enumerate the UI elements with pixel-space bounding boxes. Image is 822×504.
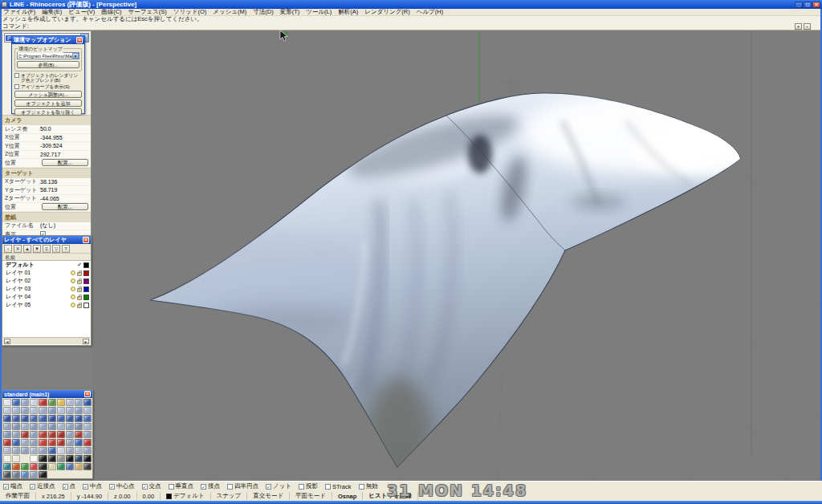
palette-icon-6-1[interactable] <box>12 447 20 454</box>
palette-icon-8-9[interactable] <box>83 463 92 470</box>
osnap-checkbox[interactable]: ✓ <box>83 484 88 490</box>
bitmap-path-combobox[interactable]: C:\Program Files\Rhino\Marches.jpg ▼ <box>17 52 79 59</box>
palette-icon-2-2[interactable] <box>21 415 29 422</box>
layer-color-swatch[interactable] <box>83 287 89 292</box>
palette-icon-0-2[interactable] <box>21 399 29 406</box>
dialog-title-bar[interactable]: 環境マップオプション ✕ <box>12 36 84 44</box>
palette-icon-3-5[interactable] <box>48 423 56 430</box>
palette-icon-7-3[interactable] <box>30 455 38 462</box>
layer-tool-help-icon[interactable]: ? <box>62 245 70 253</box>
osnap-item-8[interactable]: 四半円点 <box>227 482 258 490</box>
palette-title-bar[interactable]: standard (main1) ✕ <box>2 390 92 398</box>
layer-color-swatch[interactable] <box>83 262 89 268</box>
layer-row-5[interactable]: レイヤ 05 <box>2 301 91 309</box>
status-field-2[interactable]: y -144.90 <box>71 492 108 500</box>
palette-icon-1-3[interactable] <box>30 407 38 414</box>
palette-icon-3-8[interactable] <box>75 423 83 430</box>
blend-checkbox[interactable] <box>14 73 19 78</box>
layer-row-0[interactable]: デフォルト✓ <box>2 261 91 269</box>
palette-icon-0-9[interactable] <box>83 399 92 406</box>
osnap-checkbox[interactable]: ✓ <box>266 484 271 490</box>
menu-item-12[interactable]: ヘルプ(H) <box>413 8 446 16</box>
layer-visibility-bulb-icon[interactable] <box>71 295 75 299</box>
layer-visibility-bulb-icon[interactable] <box>71 303 75 307</box>
palette-icon-1-8[interactable] <box>75 407 83 414</box>
osnap-item-6[interactable]: 垂直点 <box>169 482 194 490</box>
palette-icon-8-8[interactable] <box>75 463 83 470</box>
palette-icon-6-7[interactable] <box>66 447 74 454</box>
palette-icon-1-9[interactable] <box>83 407 92 414</box>
palette-icon-3-0[interactable] <box>3 423 11 430</box>
palette-icon-2-4[interactable] <box>39 415 47 422</box>
layer-tool-match-icon[interactable]: ≡ <box>43 245 51 253</box>
menu-item-10[interactable]: 解析(A) <box>335 8 361 16</box>
osnap-checkbox[interactable] <box>359 484 364 490</box>
status-field-3[interactable]: z 0.00 <box>108 492 136 500</box>
osnap-checkbox[interactable]: ✓ <box>201 484 206 490</box>
osnap-item-0[interactable]: ✓端点 <box>3 482 22 490</box>
layer-tool-del-icon[interactable]: ✕ <box>14 245 22 253</box>
close-icon[interactable]: ✕ <box>83 237 89 243</box>
palette-icon-1-2[interactable] <box>21 407 29 414</box>
status-field-5[interactable]: デフォルト <box>161 492 210 500</box>
palette-icon-7-1[interactable] <box>12 455 20 462</box>
layer-visibility-bulb-icon[interactable] <box>71 270 75 275</box>
osnap-item-5[interactable]: ✓交点 <box>142 482 161 490</box>
palette-icon-8-3[interactable] <box>30 463 38 470</box>
palette-icon-6-4[interactable] <box>39 447 47 454</box>
palette-icon-5-6[interactable] <box>57 439 65 446</box>
osnap-item-2[interactable]: ✓点 <box>63 482 76 490</box>
palette-icon-4-9[interactable] <box>83 431 92 438</box>
layers-title-bar[interactable]: レイヤ - すべてのレイヤ ✕ <box>2 236 91 244</box>
layer-color-swatch[interactable] <box>83 303 89 308</box>
place-button[interactable]: 配置... <box>42 159 88 166</box>
palette-icon-2-9[interactable] <box>83 415 92 422</box>
palette-icon-8-0[interactable] <box>3 463 11 470</box>
palette-icon-9-2[interactable] <box>21 471 29 478</box>
palette-icon-4-5[interactable] <box>48 431 56 438</box>
command-dock-icon[interactable]: ▪ <box>804 23 811 30</box>
palette-icon-2-0[interactable] <box>3 415 11 422</box>
palette-icon-7-5[interactable] <box>48 455 56 462</box>
layer-lock-icon[interactable] <box>77 304 82 308</box>
palette-icon-7-4[interactable] <box>39 455 47 462</box>
palette-icon-1-5[interactable] <box>48 407 56 414</box>
perspective-viewport[interactable] <box>92 30 820 482</box>
palette-icon-6-8[interactable] <box>75 447 83 454</box>
palette-icon-9-0[interactable] <box>3 471 11 478</box>
palette-icon-1-6[interactable] <box>57 407 65 414</box>
palette-icon-3-3[interactable] <box>30 423 38 430</box>
palette-icon-6-3[interactable] <box>30 447 38 454</box>
palette-icon-4-2[interactable] <box>21 431 29 438</box>
layers-horizontal-scrollbar[interactable]: ◄ ► <box>3 337 90 344</box>
isocurve-checkbox-row[interactable]: アイソカーブを表示(S) <box>14 84 82 89</box>
palette-icon-3-4[interactable] <box>39 423 47 430</box>
palette-icon-4-7[interactable] <box>66 431 74 438</box>
palette-icon-2-1[interactable] <box>12 415 20 422</box>
palette-icon-0-7[interactable] <box>66 399 74 406</box>
layer-tool-new-icon[interactable]: ▫ <box>4 245 12 253</box>
palette-icon-0-1[interactable] <box>12 399 20 406</box>
layer-lock-icon[interactable] <box>77 288 82 292</box>
menu-item-8[interactable]: 変形(T) <box>277 8 303 16</box>
osnap-item-3[interactable]: ✓中点 <box>83 482 102 490</box>
environment-map-options-dialog[interactable]: 環境マップオプション ✕ 環境のビットマップ C:\Program Files\… <box>11 35 85 114</box>
palette-icon-5-5[interactable] <box>48 439 56 446</box>
osnap-item-12[interactable]: 無効 <box>359 482 378 490</box>
maximize-button[interactable]: □ <box>804 2 812 8</box>
palette-icon-5-4[interactable] <box>39 439 47 446</box>
menu-item-11[interactable]: レンダリング(R) <box>361 8 413 16</box>
palette-icon-8-7[interactable] <box>66 463 74 470</box>
layer-tool-down-icon[interactable]: ▼ <box>33 245 41 253</box>
status-field-8[interactable]: 平面モード <box>290 492 332 500</box>
menu-item-9[interactable]: ツール(L) <box>303 8 335 16</box>
scroll-left-icon[interactable]: ◄ <box>4 339 10 344</box>
palette-icon-8-6[interactable] <box>57 463 65 470</box>
menu-item-6[interactable]: メッシュ(M) <box>210 8 250 16</box>
palette-icon-0-6[interactable] <box>57 399 65 406</box>
palette-icon-9-3[interactable] <box>30 471 38 478</box>
layer-color-swatch[interactable] <box>83 270 89 276</box>
palette-icon-4-6[interactable] <box>57 431 65 438</box>
layer-tool-up-icon[interactable]: ▲ <box>23 245 31 253</box>
add-objects-button[interactable]: オブジェクトを追加 <box>14 100 82 107</box>
